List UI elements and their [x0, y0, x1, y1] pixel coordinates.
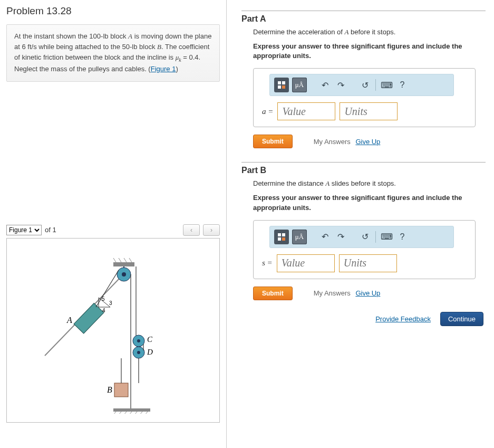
svg-line-25	[129, 412, 132, 414]
redo-icon[interactable]: ↷	[334, 231, 347, 243]
help-icon[interactable]: ?	[396, 231, 409, 243]
part-a-value-input[interactable]	[277, 102, 335, 120]
svg-point-13	[137, 339, 140, 342]
part-b-value-input[interactable]	[277, 254, 335, 272]
part-a-toolbar: μÅ ↶ ↷ ↺ ⌨ ?	[269, 74, 454, 96]
part-b-give-up-link[interactable]: Give Up	[355, 289, 380, 297]
tri-side: 3	[109, 300, 112, 306]
svg-rect-30	[282, 81, 285, 84]
symbols-icon[interactable]: μÅ	[292, 230, 307, 244]
svg-line-26	[134, 412, 137, 414]
part-b-submit-button[interactable]: Submit	[253, 287, 293, 300]
part-a-units-input[interactable]	[340, 102, 398, 120]
svg-rect-0	[113, 262, 134, 266]
part-a-give-up-link[interactable]: Give Up	[355, 138, 380, 146]
part-b-answer-box: μÅ ↶ ↷ ↺ ⌨ ? s =	[253, 220, 476, 279]
svg-line-9	[96, 270, 119, 307]
svg-line-24	[124, 412, 127, 414]
svg-line-22	[113, 412, 116, 414]
svg-point-15	[137, 351, 140, 354]
figure-diagram: A 5 3 4 C	[6, 238, 220, 423]
figure-prev-button[interactable]: ‹	[183, 224, 200, 236]
figure-link[interactable]: Figure 1	[151, 65, 176, 73]
svg-rect-34	[282, 233, 285, 236]
svg-line-4	[129, 258, 132, 262]
part-a-eq-label: a =	[262, 107, 273, 116]
part-a-submit-button[interactable]: Submit	[253, 135, 293, 148]
templates-icon[interactable]	[274, 78, 289, 92]
svg-rect-35	[278, 237, 281, 241]
figure-count: of 1	[45, 226, 56, 234]
part-a-title: Part A	[241, 14, 486, 24]
keyboard-icon[interactable]: ⌨	[380, 79, 393, 91]
part-b-title: Part B	[241, 166, 486, 175]
svg-line-28	[145, 412, 148, 414]
provide-feedback-link[interactable]: Provide Feedback	[375, 315, 431, 323]
undo-icon[interactable]: ↶	[318, 231, 331, 243]
svg-line-3	[124, 258, 127, 262]
help-icon[interactable]: ?	[396, 79, 409, 91]
svg-rect-19	[114, 383, 128, 397]
svg-line-1	[113, 258, 116, 262]
symbols-icon[interactable]: μÅ	[292, 78, 307, 92]
svg-rect-36	[282, 237, 285, 241]
part-b-toolbar: μÅ ↶ ↷ ↺ ⌨ ?	[269, 226, 454, 248]
svg-line-23	[119, 412, 121, 414]
part-a-answer-box: μÅ ↶ ↷ ↺ ⌨ ? a =	[253, 68, 476, 127]
svg-rect-8	[74, 303, 104, 333]
templates-icon[interactable]	[274, 230, 289, 244]
label-a: A	[66, 316, 72, 325]
part-b-units-input[interactable]	[339, 254, 397, 272]
keyboard-icon[interactable]: ⌨	[380, 231, 393, 243]
part-b-instr: Express your answer to three significant…	[253, 193, 486, 212]
svg-line-2	[119, 258, 121, 262]
undo-icon[interactable]: ↶	[318, 79, 331, 91]
continue-button[interactable]: Continue	[440, 312, 483, 326]
problem-text: At the instant shown the 100-lb block A …	[14, 32, 211, 73]
svg-line-27	[140, 412, 142, 414]
svg-rect-21	[113, 408, 150, 412]
label-b: B	[107, 385, 112, 394]
reset-icon[interactable]: ↺	[359, 79, 371, 91]
svg-point-6	[122, 272, 126, 277]
label-c: C	[147, 335, 153, 344]
reset-icon[interactable]: ↺	[359, 231, 371, 243]
part-b-my-answers-label: My Answers	[314, 289, 351, 297]
problem-text-tail: )	[176, 65, 178, 73]
svg-rect-33	[278, 233, 281, 236]
figure-select[interactable]: Figure 1	[6, 225, 42, 235]
redo-icon[interactable]: ↷	[334, 79, 347, 91]
part-a-instr: Express your answer to three significant…	[253, 42, 486, 61]
figure-next-button[interactable]: ›	[203, 224, 220, 236]
part-b-eq-label: s =	[262, 259, 273, 268]
tri-base: 4	[102, 308, 105, 313]
label-d: D	[147, 348, 153, 356]
part-a-desc: Determine the acceleration of A before i…	[253, 28, 486, 36]
part-b-desc: Determine the distance A slides before i…	[253, 179, 486, 188]
part-a-my-answers-label: My Answers	[314, 138, 351, 146]
svg-rect-32	[282, 85, 285, 89]
svg-rect-31	[278, 85, 281, 89]
problem-title: Problem 13.28	[6, 5, 220, 17]
svg-rect-29	[278, 81, 281, 84]
problem-statement: At the instant shown the 100-lb block A …	[6, 24, 220, 82]
